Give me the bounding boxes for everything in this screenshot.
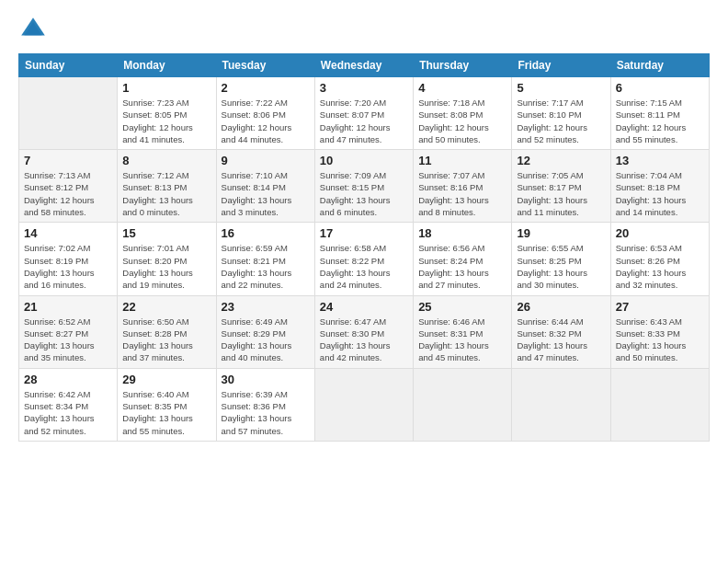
day-cell: 20Sunrise: 6:53 AMSunset: 8:26 PMDayligh…	[610, 223, 709, 295]
week-row-2: 7Sunrise: 7:13 AMSunset: 8:12 PMDaylight…	[19, 150, 710, 223]
day-cell: 11Sunrise: 7:07 AMSunset: 8:16 PMDayligh…	[414, 150, 512, 223]
day-number: 24	[320, 300, 408, 314]
day-info: Sunrise: 6:52 AMSunset: 8:27 PMDaylight:…	[24, 316, 112, 364]
day-cell: 16Sunrise: 6:59 AMSunset: 8:21 PMDayligh…	[216, 223, 314, 295]
day-number: 16	[222, 226, 310, 240]
week-row-4: 21Sunrise: 6:52 AMSunset: 8:27 PMDayligh…	[19, 295, 710, 368]
day-cell: 28Sunrise: 6:42 AMSunset: 8:34 PMDayligh…	[19, 368, 118, 441]
day-info: Sunrise: 6:46 AMSunset: 8:31 PMDaylight:…	[418, 316, 506, 364]
week-row-1: 1Sunrise: 7:23 AMSunset: 8:05 PMDaylight…	[19, 77, 710, 150]
day-cell: 1Sunrise: 7:23 AMSunset: 8:05 PMDaylight…	[118, 77, 216, 150]
day-cell: 23Sunrise: 6:49 AMSunset: 8:29 PMDayligh…	[216, 295, 314, 368]
day-info: Sunrise: 7:02 AMSunset: 8:19 PMDaylight:…	[24, 242, 112, 291]
day-info: Sunrise: 6:42 AMSunset: 8:34 PMDaylight:…	[24, 388, 112, 437]
day-cell: 22Sunrise: 6:50 AMSunset: 8:28 PMDayligh…	[118, 295, 216, 368]
day-info: Sunrise: 6:53 AMSunset: 8:26 PMDaylight:…	[616, 242, 704, 291]
day-cell	[314, 368, 413, 441]
day-number: 14	[24, 226, 112, 240]
day-number: 2	[222, 81, 310, 95]
day-info: Sunrise: 6:55 AMSunset: 8:25 PMDaylight:…	[517, 242, 605, 291]
day-number: 3	[320, 81, 408, 95]
day-number: 28	[24, 373, 112, 386]
col-header-saturday: Saturday	[610, 54, 709, 77]
day-info: Sunrise: 6:49 AMSunset: 8:29 PMDaylight:…	[222, 316, 310, 364]
calendar-table: SundayMondayTuesdayWednesdayThursdayFrid…	[18, 53, 710, 442]
day-info: Sunrise: 7:10 AMSunset: 8:14 PMDaylight:…	[222, 169, 310, 218]
day-number: 12	[517, 154, 605, 167]
day-info: Sunrise: 7:17 AMSunset: 8:10 PMDaylight:…	[517, 97, 605, 145]
day-info: Sunrise: 7:15 AMSunset: 8:11 PMDaylight:…	[616, 97, 704, 145]
logo	[18, 15, 51, 44]
day-number: 17	[320, 226, 408, 240]
day-info: Sunrise: 7:23 AMSunset: 8:05 PMDaylight:…	[122, 97, 210, 145]
day-cell: 19Sunrise: 6:55 AMSunset: 8:25 PMDayligh…	[512, 223, 610, 295]
day-cell	[414, 368, 512, 441]
week-row-5: 28Sunrise: 6:42 AMSunset: 8:34 PMDayligh…	[19, 368, 710, 441]
day-info: Sunrise: 7:12 AMSunset: 8:13 PMDaylight:…	[122, 169, 210, 218]
day-info: Sunrise: 6:47 AMSunset: 8:30 PMDaylight:…	[320, 316, 408, 364]
col-header-tuesday: Tuesday	[216, 54, 314, 77]
day-info: Sunrise: 7:20 AMSunset: 8:07 PMDaylight:…	[320, 97, 408, 145]
day-info: Sunrise: 7:04 AMSunset: 8:18 PMDaylight:…	[616, 169, 704, 218]
day-number: 11	[418, 154, 506, 167]
day-number: 25	[418, 300, 506, 314]
day-cell: 12Sunrise: 7:05 AMSunset: 8:17 PMDayligh…	[512, 150, 610, 223]
day-cell: 27Sunrise: 6:43 AMSunset: 8:33 PMDayligh…	[610, 295, 709, 368]
logo-icon	[18, 15, 48, 44]
day-number: 6	[616, 81, 704, 95]
day-number: 18	[418, 226, 506, 240]
day-cell: 2Sunrise: 7:22 AMSunset: 8:06 PMDaylight…	[216, 77, 314, 150]
day-number: 9	[222, 154, 310, 167]
day-number: 23	[222, 300, 310, 314]
day-info: Sunrise: 7:18 AMSunset: 8:08 PMDaylight:…	[418, 97, 506, 145]
day-cell: 3Sunrise: 7:20 AMSunset: 8:07 PMDaylight…	[314, 77, 413, 150]
day-number: 30	[222, 373, 310, 386]
day-number: 19	[517, 226, 605, 240]
day-info: Sunrise: 6:43 AMSunset: 8:33 PMDaylight:…	[616, 316, 704, 364]
header-row: SundayMondayTuesdayWednesdayThursdayFrid…	[19, 54, 710, 77]
day-number: 26	[517, 300, 605, 314]
day-number: 1	[122, 81, 210, 95]
day-info: Sunrise: 6:50 AMSunset: 8:28 PMDaylight:…	[122, 316, 210, 364]
day-cell	[610, 368, 709, 441]
day-cell: 14Sunrise: 7:02 AMSunset: 8:19 PMDayligh…	[19, 223, 118, 295]
day-cell: 25Sunrise: 6:46 AMSunset: 8:31 PMDayligh…	[414, 295, 512, 368]
day-cell: 17Sunrise: 6:58 AMSunset: 8:22 PMDayligh…	[314, 223, 413, 295]
day-cell: 26Sunrise: 6:44 AMSunset: 8:32 PMDayligh…	[512, 295, 610, 368]
day-number: 4	[418, 81, 506, 95]
day-cell: 6Sunrise: 7:15 AMSunset: 8:11 PMDaylight…	[610, 77, 709, 150]
day-cell: 21Sunrise: 6:52 AMSunset: 8:27 PMDayligh…	[19, 295, 118, 368]
col-header-thursday: Thursday	[414, 54, 512, 77]
col-header-monday: Monday	[118, 54, 216, 77]
day-cell: 29Sunrise: 6:40 AMSunset: 8:35 PMDayligh…	[118, 368, 216, 441]
day-number: 8	[122, 154, 210, 167]
day-cell: 9Sunrise: 7:10 AMSunset: 8:14 PMDaylight…	[216, 150, 314, 223]
col-header-sunday: Sunday	[19, 54, 118, 77]
day-cell: 5Sunrise: 7:17 AMSunset: 8:10 PMDaylight…	[512, 77, 610, 150]
day-cell: 30Sunrise: 6:39 AMSunset: 8:36 PMDayligh…	[216, 368, 314, 441]
col-header-friday: Friday	[512, 54, 610, 77]
day-cell: 10Sunrise: 7:09 AMSunset: 8:15 PMDayligh…	[314, 150, 413, 223]
day-number: 20	[616, 226, 704, 240]
day-info: Sunrise: 7:01 AMSunset: 8:20 PMDaylight:…	[122, 242, 210, 291]
day-info: Sunrise: 6:40 AMSunset: 8:35 PMDaylight:…	[122, 388, 210, 437]
day-cell: 8Sunrise: 7:12 AMSunset: 8:13 PMDaylight…	[118, 150, 216, 223]
day-number: 13	[616, 154, 704, 167]
day-cell: 24Sunrise: 6:47 AMSunset: 8:30 PMDayligh…	[314, 295, 413, 368]
day-info: Sunrise: 6:39 AMSunset: 8:36 PMDaylight:…	[222, 388, 310, 437]
day-cell: 18Sunrise: 6:56 AMSunset: 8:24 PMDayligh…	[414, 223, 512, 295]
day-number: 10	[320, 154, 408, 167]
day-info: Sunrise: 6:58 AMSunset: 8:22 PMDaylight:…	[320, 242, 408, 291]
day-cell: 4Sunrise: 7:18 AMSunset: 8:08 PMDaylight…	[414, 77, 512, 150]
day-number: 21	[24, 300, 112, 314]
day-info: Sunrise: 7:05 AMSunset: 8:17 PMDaylight:…	[517, 169, 605, 218]
day-info: Sunrise: 6:56 AMSunset: 8:24 PMDaylight:…	[418, 242, 506, 291]
page: SundayMondayTuesdayWednesdayThursdayFrid…	[0, 0, 728, 563]
day-cell	[19, 77, 118, 150]
day-number: 5	[517, 81, 605, 95]
day-info: Sunrise: 7:22 AMSunset: 8:06 PMDaylight:…	[222, 97, 310, 145]
day-number: 15	[122, 226, 210, 240]
day-number: 29	[122, 373, 210, 386]
header	[18, 15, 710, 44]
day-number: 22	[122, 300, 210, 314]
